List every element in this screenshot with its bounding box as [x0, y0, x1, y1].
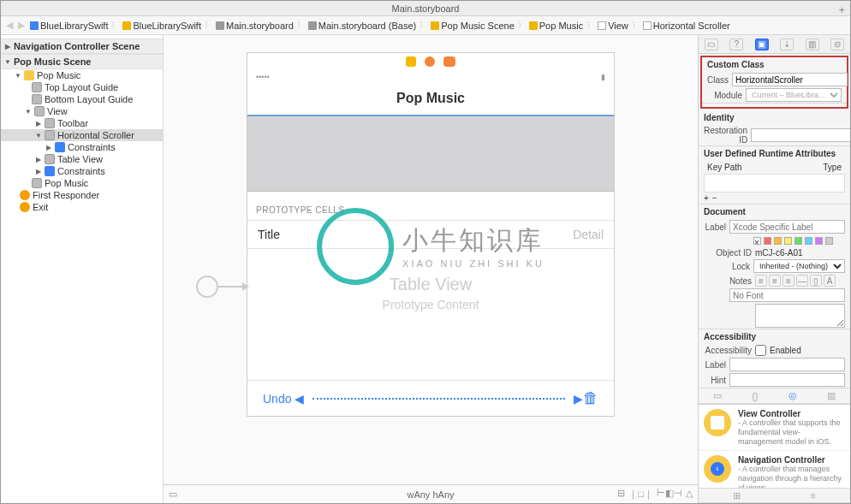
first-responder-dock-icon[interactable] [425, 56, 435, 67]
add-tab-button[interactable]: + [838, 3, 845, 18]
acc-label-field[interactable] [729, 358, 845, 371]
swatch-purple[interactable] [815, 237, 823, 245]
class-field[interactable] [732, 73, 848, 86]
swatch-none[interactable]: × [753, 237, 761, 245]
quick-help-tab[interactable]: ? [729, 39, 743, 50]
disclosure-icon[interactable]: ▼ [15, 72, 21, 80]
scene-popmusic[interactable]: ▼ Pop Music Scene [1, 54, 163, 69]
library-tabs[interactable]: ▭ {} ◎ ▥ [699, 388, 850, 404]
back-icon[interactable]: ◀ [6, 20, 13, 31]
sizeclass-width[interactable]: wAny [407, 489, 430, 500]
breadcrumb[interactable]: BlueLibrarySwift〉 BlueLibrarySwift〉 Main… [30, 20, 730, 31]
size-inspector-tab[interactable]: ▥ [806, 39, 819, 50]
library-view-mode[interactable]: ⊞ ≡ [699, 488, 850, 503]
exit-dock-icon[interactable] [443, 56, 455, 67]
bc-base[interactable]: Main.storyboard (Base) [318, 21, 416, 31]
resolve-issues-icon[interactable]: △ [686, 488, 693, 501]
identity-inspector-tab[interactable]: ▣ [755, 39, 769, 50]
doc-label-field[interactable] [729, 220, 845, 234]
disclosure-icon[interactable]: ▶ [35, 156, 42, 163]
stack-icon[interactable]: ⊟ [617, 488, 625, 501]
toolbar-view[interactable]: Undo ◀ ▶ 🗑 [247, 380, 614, 416]
tree-popmusic-vc[interactable]: ▼ Pop Music [1, 69, 163, 81]
storyboard-canvas[interactable]: ••••• ▮ Pop Music PROTOTYPE CELLS Title … [164, 35, 698, 503]
lib-view-controller[interactable]: View Controller - A controller that supp… [699, 405, 850, 451]
bc-vc[interactable]: Pop Music [539, 21, 583, 31]
tree-navitem[interactable]: Pop Music [1, 177, 163, 189]
notes-align-left-icon[interactable]: ≡ [755, 275, 767, 287]
tree-exit[interactable]: Exit [1, 201, 163, 213]
bc-view[interactable]: View [608, 21, 628, 31]
swatch-green[interactable] [794, 237, 802, 245]
add-attr-button[interactable]: + [704, 193, 709, 203]
scene-navigation[interactable]: ▶ Navigation Controller Scene [1, 39, 163, 54]
bc-project[interactable]: BlueLibrarySwift [40, 21, 108, 31]
notes-font-button[interactable]: A [824, 275, 836, 287]
lib-code-tab[interactable]: {} [752, 391, 758, 401]
notes-textarea[interactable] [755, 304, 845, 328]
attributes-inspector-tab[interactable]: ⇣ [780, 39, 794, 50]
lock-select[interactable]: Inherited - (Nothing) [753, 259, 845, 273]
bc-scene[interactable]: Pop Music Scene [441, 21, 515, 31]
notes-font-field[interactable] [729, 288, 845, 302]
trash-button[interactable]: 🗑 [583, 389, 598, 407]
tree-bottom-guide[interactable]: Bottom Layout Guide [1, 93, 163, 105]
tree-view[interactable]: ▼ View [1, 105, 163, 117]
tree-tableview[interactable]: ▶ Table View [1, 153, 163, 165]
swatch-orange[interactable] [774, 237, 782, 245]
disclosure-icon[interactable]: ▼ [4, 58, 11, 66]
sizeclass-height[interactable]: hAny [432, 489, 454, 500]
tree-first-responder[interactable]: First Responder [1, 189, 163, 201]
connections-inspector-tab[interactable]: ⊝ [830, 39, 844, 50]
label-color-swatches[interactable]: × [699, 234, 850, 247]
tree-constraints-2[interactable]: ▶ Constraints [1, 165, 163, 177]
segue-arrow[interactable] [196, 276, 249, 298]
document-outline[interactable]: ▶ Navigation Controller Scene ▼ Pop Musi… [1, 35, 164, 503]
pin-icon[interactable]: ⊢◧⊣ [657, 488, 682, 501]
runtime-attrs-table[interactable] [704, 174, 845, 193]
lib-grid-icon[interactable]: ⊞ [733, 490, 741, 501]
lib-files-tab[interactable]: ▭ [713, 390, 722, 401]
tree-top-guide[interactable]: Top Layout Guide [1, 81, 163, 93]
lib-list-icon[interactable]: ≡ [810, 490, 815, 501]
align-icon[interactable]: ｜□｜ [628, 488, 653, 501]
lib-media-tab[interactable]: ▥ [827, 390, 836, 401]
notes-sep-icon[interactable]: — [796, 275, 808, 287]
disclosure-icon[interactable]: ▼ [35, 132, 42, 139]
outline-toggle-icon[interactable]: ▭ [169, 489, 177, 500]
forward-icon[interactable]: ▶ [18, 20, 25, 31]
tree-toolbar[interactable]: ▶ Toolbar [1, 117, 163, 129]
disclosure-icon[interactable]: ▶ [45, 144, 52, 151]
disclosure-icon[interactable]: ▶ [4, 43, 11, 50]
disclosure-icon[interactable]: ▶ [35, 120, 42, 127]
device-frame[interactable]: ••••• ▮ Pop Music PROTOTYPE CELLS Title … [247, 52, 615, 417]
lib-nav-controller[interactable]: ‹ Navigation Controller - A controller t… [699, 451, 850, 488]
acc-hint-field[interactable] [729, 373, 845, 387]
swatch-yellow[interactable] [784, 237, 792, 245]
notes-align-right-icon[interactable]: ≡ [783, 275, 794, 287]
bc-file[interactable]: Main.storyboard [226, 21, 294, 31]
scene-header[interactable] [247, 53, 614, 70]
module-select[interactable]: Current – BlueLibra... [746, 88, 842, 102]
swatch-red[interactable] [764, 237, 771, 245]
bc-folder[interactable]: BlueLibrarySwift [133, 21, 200, 31]
sizeclass-bar[interactable]: ▭ wAny hAny ⊟ ｜□｜ ⊢◧⊣ △ [164, 484, 698, 503]
tree-horizontal-scroller[interactable]: ▼ Horizontal Scroller [1, 129, 163, 141]
restoration-id-field[interactable] [751, 128, 850, 142]
bc-hscroller[interactable]: Horizontal Scroller [653, 21, 730, 31]
lib-objects-tab[interactable]: ◎ [789, 390, 797, 401]
disclosure-icon[interactable]: ▼ [25, 108, 32, 116]
prototype-cell[interactable]: Title Detail [247, 220, 614, 249]
file-inspector-tab[interactable]: ▭ [705, 39, 718, 50]
inspector-tabs[interactable]: ▭ ? ▣ ⇣ ▥ ⊝ [699, 35, 850, 54]
horizontal-scroller-view[interactable] [247, 115, 614, 192]
notes-align-center-icon[interactable]: ≡ [769, 275, 781, 287]
notes-color-icon[interactable]: ▯ [810, 275, 822, 287]
undo-button[interactable]: Undo ◀ [263, 392, 304, 406]
swatch-blue[interactable] [805, 237, 812, 245]
remove-attr-button[interactable]: − [712, 193, 717, 203]
disclosure-icon[interactable]: ▶ [35, 168, 42, 175]
object-library[interactable]: View Controller - A controller that supp… [699, 404, 850, 488]
tree-constraints[interactable]: ▶ Constraints [1, 141, 163, 153]
swatch-gray[interactable] [825, 237, 833, 245]
